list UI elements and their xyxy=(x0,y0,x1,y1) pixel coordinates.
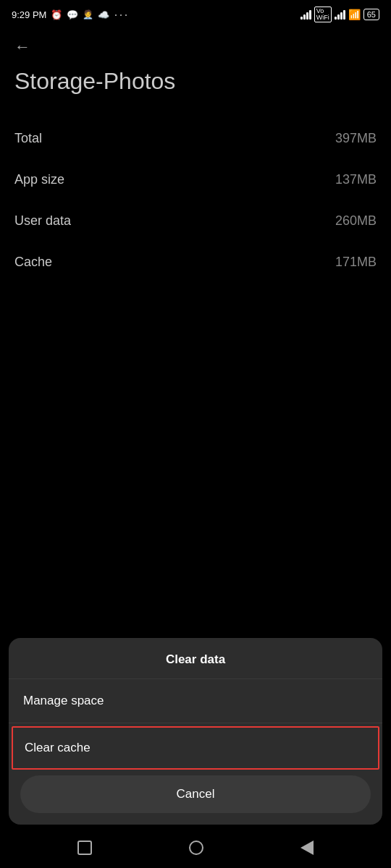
status-indicators: VoWiFi 📶 65 xyxy=(300,7,379,22)
recents-button[interactable] xyxy=(77,841,92,855)
cancel-button[interactable]: Cancel xyxy=(20,775,371,813)
cache-row: Cache 171MB xyxy=(0,242,391,283)
signal-bar-2 xyxy=(335,9,345,20)
cache-label: Cache xyxy=(14,255,52,270)
alarm-icon: ⏰ xyxy=(51,9,62,20)
manage-space-item[interactable]: Manage space xyxy=(9,679,382,723)
whatsapp-icon: 💬 xyxy=(67,9,78,20)
total-row: Total 397MB xyxy=(0,118,391,159)
total-label: Total xyxy=(14,131,42,146)
vo-wifi-indicator: VoWiFi xyxy=(314,7,332,22)
app-size-value: 137MB xyxy=(335,172,377,187)
sheet-divider xyxy=(9,723,382,723)
battery-indicator: 65 xyxy=(363,9,379,20)
bottom-sheet: Clear data Manage space Clear cache Canc… xyxy=(9,638,382,825)
total-value: 397MB xyxy=(335,131,377,146)
storage-info-list: Total 397MB App size 137MB User data 260… xyxy=(0,118,391,283)
back-button[interactable]: ← xyxy=(0,26,391,62)
user-data-value: 260MB xyxy=(335,213,377,229)
app-size-label: App size xyxy=(14,172,64,187)
user-data-row: User data 260MB xyxy=(0,200,391,242)
back-nav-button[interactable] xyxy=(300,841,314,855)
notification-dots: ··· xyxy=(114,7,129,22)
cloud-icon: ☁️ xyxy=(98,9,109,20)
page-title: Storage-Photos xyxy=(0,62,391,118)
clear-cache-item[interactable]: Clear cache xyxy=(12,726,379,770)
time-display: 9:29 PM xyxy=(12,9,46,20)
cache-value: 171MB xyxy=(335,255,377,270)
signal-bar-1 xyxy=(300,9,311,20)
app-size-row: App size 137MB xyxy=(0,159,391,200)
navigation-bar xyxy=(0,827,391,868)
wifi-icon: 📶 xyxy=(348,9,361,20)
home-button[interactable] xyxy=(189,841,203,855)
status-bar: 9:29 PM ⏰ 💬 🧑‍💼 ☁️ ··· VoWiFi 📶 65 xyxy=(0,0,391,26)
clear-cache-label: Clear cache xyxy=(25,741,91,754)
back-arrow-icon: ← xyxy=(14,38,30,56)
sheet-title: Clear data xyxy=(9,638,382,679)
manage-space-label: Manage space xyxy=(23,694,104,707)
status-time-area: 9:29 PM ⏰ 💬 🧑‍💼 ☁️ ··· xyxy=(12,7,129,22)
user-data-label: User data xyxy=(14,213,71,229)
teams-icon: 🧑‍💼 xyxy=(83,9,93,20)
